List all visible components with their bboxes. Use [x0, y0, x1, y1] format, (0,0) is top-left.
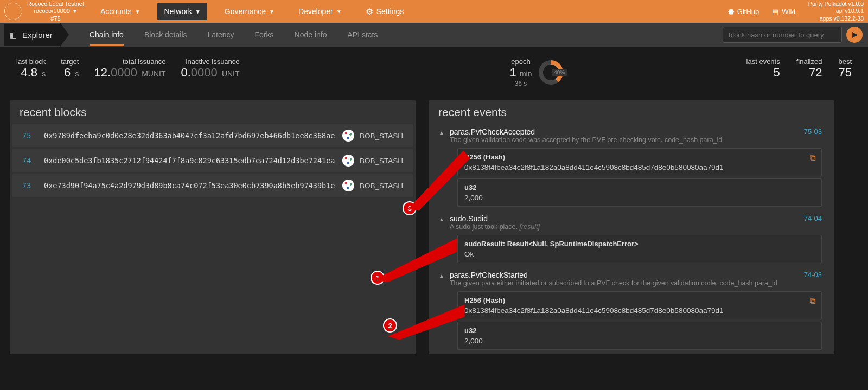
nav-network[interactable]: Network▼ [157, 3, 207, 20]
field-label: sudoResult: Result<Null, SpRuntimeDispat… [464, 240, 815, 248]
annotation-arrow [409, 151, 480, 210]
stats-row: last block 4.8 s target 6 s total issuan… [0, 47, 868, 94]
identicon-icon [342, 130, 354, 142]
topbar: Rococo Local Testnet rococo/10000 ▼ #75 … [0, 0, 868, 23]
event-field: ⧉ H256 (Hash) 0x8138f4fbea34c2f8f1a182a0… [457, 291, 822, 319]
tab-chain-info[interactable]: Chain info [90, 24, 124, 46]
event-field: sudoResult: Result<Null, SpRuntimeDispat… [457, 235, 822, 263]
event-field: u32 2,000 [457, 178, 822, 207]
event-desc-text: A sudo just took place. [450, 223, 520, 231]
event-title: paras.PvfCheckStarted [450, 271, 799, 279]
epoch-percent: 40% [552, 69, 567, 76]
stat-target: target 6 s [61, 57, 79, 80]
collapse-toggle-icon[interactable]: ▲ [439, 130, 444, 136]
nav-accounts-label: Accounts [100, 7, 132, 16]
nav-developer[interactable]: Developer▼ [292, 3, 348, 20]
copy-icon[interactable]: ⧉ [810, 296, 816, 306]
tab-node-info[interactable]: Node info [295, 24, 327, 46]
explorer-label: Explorer [22, 30, 53, 40]
stat-label: last events [746, 57, 780, 66]
chevron-down-icon: ▼ [269, 9, 275, 15]
event-description: The given para either initiated or subsc… [450, 279, 799, 287]
svg-marker-2 [388, 305, 464, 340]
stat-unit: UNIT [222, 69, 240, 78]
block-hash: 0xde00c5de3fb1835c2712f94424f7f8a9c829c6… [44, 156, 342, 165]
validator-name[interactable]: BOB_STASH [360, 132, 403, 140]
field-label: u32 [464, 327, 815, 335]
github-link[interactable]: ⬣GitHub [728, 8, 759, 16]
tab-block-details[interactable]: Block details [144, 24, 187, 46]
block-row[interactable]: 74 0xde00c5de3fb1835c2712f94424f7f8a9c82… [12, 149, 413, 172]
field-value: 0x8138f4fbea34c2f8f1a182a0a8dd411e4c5908… [464, 163, 815, 171]
svg-marker-3 [409, 151, 470, 210]
chevron-down-icon: ▼ [72, 8, 78, 15]
grid-icon: ▦ [10, 30, 17, 39]
stat-label: target [61, 57, 79, 66]
submit-button[interactable] [846, 27, 863, 43]
nav-accounts[interactable]: Accounts▼ [94, 3, 147, 20]
stat-label: epoch [510, 57, 532, 66]
nav-settings[interactable]: ⚙Settings [359, 2, 411, 21]
recent-blocks-panel: recent blocks 75 0x9789dfeeba9c0d0e28e32… [10, 100, 416, 354]
field-value: 0x8138f4fbea34c2f8f1a182a0a8dd411e4c5908… [464, 306, 815, 315]
event-field: u32 2,000 [457, 322, 822, 350]
nav-network-label: Network [164, 7, 192, 16]
annotation-arrow [375, 239, 462, 287]
nav-governance[interactable]: Governance▼ [218, 3, 281, 20]
panel-header: recent blocks [10, 100, 416, 124]
annotation-arrow [388, 305, 470, 343]
network-sub: rococo/10000 [34, 8, 70, 15]
stat-value: 6 [64, 66, 71, 79]
chevron-down-icon: ▼ [135, 9, 141, 15]
block-number[interactable]: 74 [22, 156, 44, 165]
nav-developer-label: Developer [298, 7, 333, 16]
stat-value-whole: 0. [181, 66, 190, 79]
stat-label: best [838, 57, 852, 66]
stat-value: 4.8 [21, 66, 37, 79]
block-number[interactable]: 75 [22, 131, 44, 140]
event-ref-link[interactable]: 75-03 [804, 127, 822, 136]
tab-forks[interactable]: Forks [255, 24, 274, 46]
tab-latency[interactable]: Latency [208, 24, 234, 46]
stat-epoch: epoch 1 min 36 s 40% [510, 57, 563, 87]
stat-label: total issuance [123, 57, 166, 66]
block-row[interactable]: 73 0xe73d90f94a75c4a2d979d3d89b8ca74c072… [12, 174, 413, 197]
network-selector[interactable]: Rococo Local Testnet rococo/10000 ▼ #75 [27, 1, 84, 22]
identicon-icon [342, 155, 354, 167]
validator-name[interactable]: BOB_STASH [360, 157, 403, 165]
collapse-toggle-icon[interactable]: ▲ [439, 216, 444, 222]
stat-total-issuance: total issuance 12.0000 MUNIT [94, 57, 165, 80]
right-stats: last events 5 finalized 72 best 75 [746, 57, 852, 80]
event-item: ▲ paras.PvfCheckAccepted The given valid… [431, 124, 832, 207]
stat-suffix: s [75, 69, 79, 78]
stat-suffix: s [42, 69, 46, 78]
epoch-donut-chart: 40% [539, 60, 563, 85]
block-number[interactable]: 73 [22, 181, 44, 190]
svg-marker-1 [375, 239, 457, 282]
gear-icon: ⚙ [366, 7, 373, 17]
block-row[interactable]: 75 0x9789dfeeba9c0d0e28e32dd363ab4047cf3… [12, 124, 413, 147]
field-value: 2,000 [464, 194, 815, 202]
wiki-link[interactable]: ▤Wiki [772, 8, 795, 16]
book-icon: ▤ [772, 8, 778, 16]
logo-icon[interactable] [4, 3, 22, 20]
version-info: Parity Polkadot v1.0.0 api v10.9.1 apps … [808, 1, 864, 22]
field-label: H256 (Hash) [464, 296, 815, 304]
stat-last-events: last events 5 [746, 57, 780, 80]
event-desc-em: [result] [519, 223, 540, 231]
validator-name[interactable]: BOB_STASH [360, 182, 403, 190]
svg-marker-0 [852, 32, 858, 38]
secondbar: ▦ Explorer Chain info Block details Late… [0, 23, 868, 47]
event-ref-link[interactable]: 74-03 [804, 271, 822, 279]
explorer-arrow-shape [60, 23, 69, 47]
copy-icon[interactable]: ⧉ [810, 153, 816, 163]
nav-governance-label: Governance [225, 7, 266, 16]
explorer-button[interactable]: ▦ Explorer [4, 24, 60, 46]
recent-events-panel: recent events ▲ paras.PvfCheckAccepted T… [429, 100, 834, 354]
stat-subvalue: 36 s [510, 80, 532, 87]
search-input[interactable] [723, 27, 842, 43]
tab-api-stats[interactable]: API stats [347, 24, 378, 46]
stat-unit: MUNIT [142, 69, 165, 78]
search-area [723, 27, 863, 43]
event-ref-link[interactable]: 74-04 [804, 214, 822, 222]
